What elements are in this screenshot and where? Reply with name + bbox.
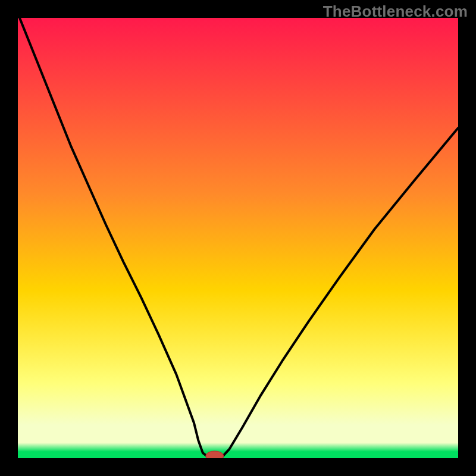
watermark-text: TheBottleneck.com — [323, 2, 468, 21]
bottleneck-curve-chart — [18, 18, 458, 458]
gradient-background — [18, 18, 458, 458]
chart-frame: TheBottleneck.com — [0, 0, 476, 476]
plot-area — [18, 18, 458, 458]
minimum-marker — [206, 451, 224, 458]
